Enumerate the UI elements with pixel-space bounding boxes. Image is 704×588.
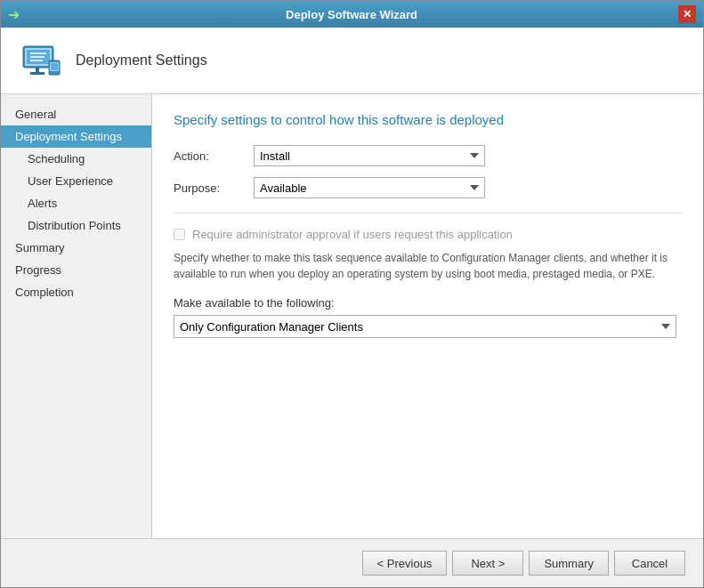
content-area: Specify settings to control how this sof… [152,94,703,538]
action-row: Action: Install Uninstall [174,145,682,166]
sidebar-item-general[interactable]: General [1,103,151,125]
admin-approval-row: Require administrator approval if users … [174,228,682,241]
sidebar-item-scheduling[interactable]: Scheduling [1,148,151,170]
previous-button[interactable]: < Previous [362,551,448,576]
summary-button[interactable]: Summary [529,551,609,576]
purpose-select[interactable]: Available Required [254,177,485,198]
deployment-icon [19,38,63,83]
purpose-row: Purpose: Available Required [174,177,682,198]
close-button[interactable]: ✕ [678,5,696,23]
sidebar-item-progress[interactable]: Progress [1,259,151,281]
make-available-label: Make available to the following: [174,296,682,310]
admin-approval-label: Require administrator approval if users … [192,228,513,241]
make-available-select[interactable]: Only Configuration Manager Clients Confi… [174,315,676,338]
header-bar: Deployment Settings [1,28,703,94]
sidebar-item-distribution-points[interactable]: Distribution Points [1,214,151,237]
admin-approval-checkbox[interactable] [174,229,185,240]
purpose-label: Purpose: [174,181,254,195]
sidebar-item-completion[interactable]: Completion [1,281,151,303]
info-text: Specify whether to make this task sequen… [174,250,672,282]
title-bar: ➜ Deploy Software Wizard ✕ [1,1,703,28]
content-title: Specify settings to control how this sof… [174,112,682,127]
title-bar-arrow-icon: ➜ [8,6,20,23]
sidebar-item-alerts[interactable]: Alerts [1,192,151,214]
header-title: Deployment Settings [76,52,207,68]
sidebar-item-deployment-settings[interactable]: Deployment Settings [1,125,151,148]
svg-rect-10 [51,63,58,70]
sidebar-item-summary[interactable]: Summary [1,237,151,259]
main-window: ➜ Deploy Software Wizard ✕ [0,0,704,588]
sidebar: General Deployment Settings Scheduling U… [1,94,152,538]
footer: < Previous Next > Summary Cancel [1,538,703,587]
next-button[interactable]: Next > [452,551,523,576]
cancel-button[interactable]: Cancel [614,551,685,576]
window-title: Deploy Software Wizard [25,8,678,21]
action-select[interactable]: Install Uninstall [254,145,485,166]
action-label: Action: [174,149,254,163]
main-content: General Deployment Settings Scheduling U… [1,94,703,538]
divider-1 [174,213,682,213]
svg-rect-7 [30,72,45,75]
sidebar-item-user-experience[interactable]: User Experience [1,170,151,192]
